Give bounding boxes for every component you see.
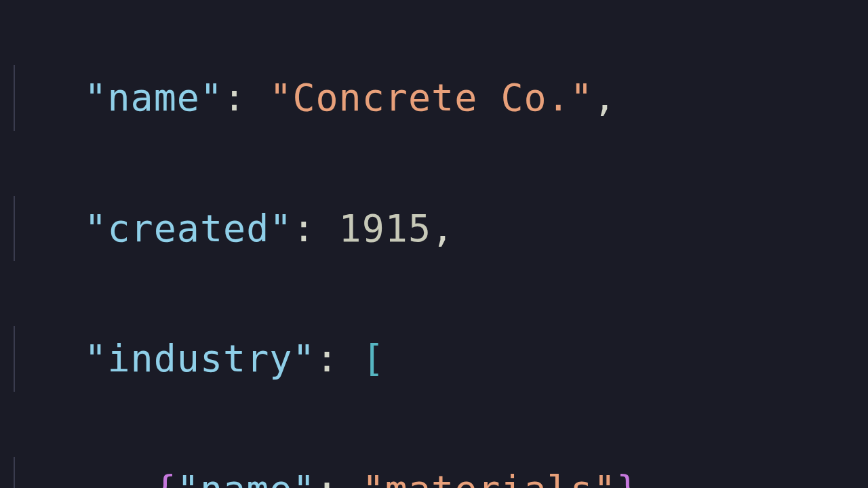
code-line: "created": 1915, — [14, 196, 854, 261]
colon: : — [292, 207, 315, 250]
colon: : — [316, 468, 339, 488]
code-line: {"name": "materials"}, — [14, 457, 854, 488]
colon: : — [223, 76, 246, 119]
code-editor[interactable]: "name": "Concrete Co.", "created": 1915,… — [0, 0, 868, 488]
comma: , — [593, 76, 616, 119]
indent — [15, 207, 84, 250]
json-key-created: "created" — [84, 207, 292, 250]
json-string-value: "Concrete Co." — [269, 76, 593, 119]
comma: , — [639, 468, 663, 488]
brace-close-icon: } — [616, 468, 639, 488]
comma: , — [431, 207, 454, 250]
json-key-industry: "industry" — [84, 337, 315, 380]
indent — [15, 337, 84, 380]
space — [339, 337, 362, 380]
indent — [15, 468, 154, 488]
brace-open-icon: { — [154, 468, 177, 488]
code-line: "industry": [ — [14, 326, 854, 391]
json-string-value: "materials" — [362, 468, 616, 488]
code-line: "name": "Concrete Co.", — [14, 65, 854, 130]
json-number-value: 1915 — [339, 207, 431, 250]
colon: : — [315, 337, 338, 380]
space — [315, 207, 338, 250]
bracket-open-icon: [ — [362, 337, 385, 380]
json-key-name: "name" — [84, 76, 223, 119]
indent — [15, 76, 84, 119]
json-key-name: "name" — [177, 468, 316, 488]
space — [246, 76, 269, 119]
space — [339, 468, 362, 488]
